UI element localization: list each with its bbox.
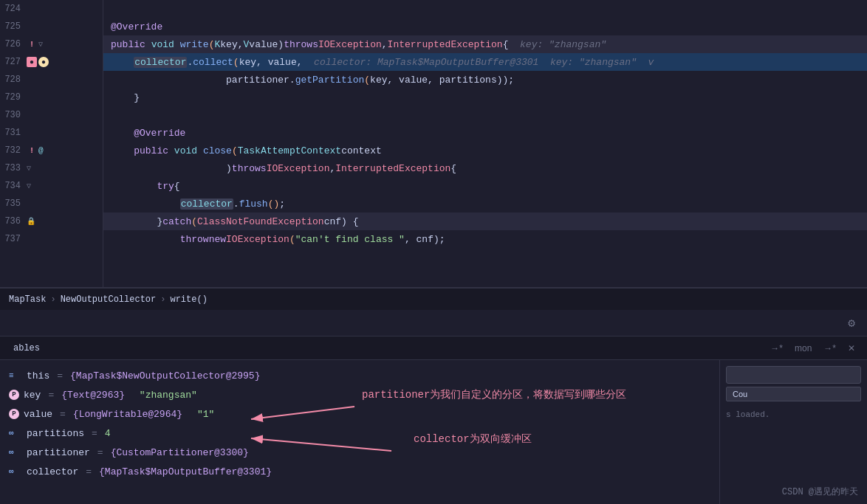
right-panel: Cou s loaded.	[719, 360, 867, 504]
var-name-key: key	[24, 390, 41, 401]
close-panel-button[interactable]: ✕	[843, 342, 860, 355]
gutter-icons-734: ▽	[27, 182, 56, 190]
var-val-partitions: 4	[105, 428, 111, 439]
gutter-row-737: 737	[0, 230, 103, 248]
line-num-736: 736	[0, 216, 27, 227]
line-num-732: 732	[0, 145, 27, 156]
code-line-735: collector.flush();	[103, 195, 867, 213]
code-line-728: partitioner.getPartition(key, value, par…	[103, 71, 867, 89]
var-name-this: this	[27, 370, 49, 382]
csdn-footer: CSDN @遇见的昨天	[782, 486, 858, 498]
code-content: @Override public void write(K key, V val…	[103, 0, 867, 287]
code-line-724	[103, 0, 867, 18]
panel-content: ≡ this = {MapTask$NewOutputCollector@299…	[0, 360, 867, 504]
gutter-icons-727: ● ●	[27, 57, 56, 67]
gutter-row-724: 724	[0, 0, 103, 18]
gutter-icons-726: ! ▽	[27, 39, 56, 49]
toolbar-row: ⚙	[0, 310, 867, 336]
line-num-730: 730	[0, 110, 27, 120]
search-input[interactable]	[726, 366, 861, 384]
var-item-this: ≡ this = {MapTask$NewOutputCollector@299…	[0, 366, 719, 385]
var-val-key: {Text@2963}	[61, 390, 125, 401]
breadcrumb-bar: MapTask › NewOutputCollector › write()	[0, 288, 867, 310]
code-line-730	[103, 106, 867, 124]
line-num-728: 728	[0, 75, 27, 85]
line-num-726: 726	[0, 39, 27, 49]
code-line-725: @Override	[103, 18, 867, 35]
code-line-727: collector.collect(key, value, collector:…	[103, 53, 867, 71]
breadcrumb-maptask[interactable]: MapTask	[9, 294, 46, 305]
var-item-partitioner: ∞ partitioner = {CustomPartitioner@3300}	[0, 443, 719, 462]
variables-list: ≡ this = {MapTask$NewOutputCollector@299…	[0, 360, 719, 504]
cou-button[interactable]: Cou	[726, 387, 861, 401]
red-dot-icon-727: ●	[27, 57, 37, 67]
panel-header: ables →* mon →* ✕	[0, 336, 867, 360]
var-icon-oo-collector: ∞	[9, 467, 22, 476]
var-icon-oo-partitioner: ∞	[9, 448, 22, 457]
var-icon-p-value: P	[9, 409, 19, 419]
var-item-partitions: ∞ partitions = 4	[0, 424, 719, 443]
gutter-row-725: 725	[0, 18, 103, 35]
kw-public-726: public	[111, 39, 145, 50]
csdn-text: CSDN @遇见的昨天	[782, 487, 858, 497]
collector-highlight-727: collector	[134, 57, 187, 68]
gutter-row-727: 727 ● ●	[0, 53, 103, 71]
breadcrumb-newoutputcollector[interactable]: NewOutputCollector	[61, 294, 157, 305]
warning-icon-726: !	[27, 39, 37, 49]
panel-actions: →* mon →* ✕	[766, 342, 860, 355]
gutter-row-729: 729	[0, 89, 103, 106]
gutter-icons-732: ! @	[27, 145, 56, 156]
var-icon-eq-this: ≡	[9, 371, 22, 380]
line-num-734: 734	[0, 181, 27, 191]
code-line-733: ) throws IOException, InterruptedExcepti…	[103, 159, 867, 177]
status-text: s loaded.	[726, 410, 861, 419]
var-val-partitioner: {CustomPartitioner@3300}	[111, 447, 249, 458]
arrow-icon-734: ▽	[27, 182, 31, 190]
var-name-value: value	[24, 409, 52, 420]
line-gutter: 724 725 726 ! ▽ 727 ● ●	[0, 0, 103, 287]
editor-area: 724 725 726 ! ▽ 727 ● ●	[0, 0, 867, 288]
var-name-partitioner: partitioner	[27, 447, 90, 458]
var-item-key: P key = {Text@2963} "zhangsan"	[0, 385, 719, 404]
gear-button[interactable]: ⚙	[845, 313, 858, 334]
line-num-725: 725	[0, 21, 27, 32]
line-num-737: 737	[0, 234, 27, 244]
mon-button[interactable]: mon	[790, 342, 816, 355]
arrow-icon-733: ▽	[27, 164, 31, 173]
gutter-row-731: 731	[0, 124, 103, 142]
hint-key-726: key: "zhangsan"	[520, 39, 606, 50]
panel-tab-variables[interactable]: ables	[7, 340, 46, 356]
gutter-icons-736: 🔒	[27, 217, 56, 226]
var-item-collector: ∞ collector = {MapTask$MapOutputBuffer@3…	[0, 462, 719, 481]
code-line-729: }	[103, 89, 867, 106]
code-line-731: @Override	[103, 124, 867, 142]
line-num-727: 727	[0, 57, 27, 67]
hint-collector-727: collector: MapTask$MapOutputBuffer@3301 …	[314, 57, 654, 68]
var-val-value: {LongWritable@2964}	[73, 409, 182, 420]
var-val-this: {MapTask$NewOutputCollector@2995}	[70, 370, 260, 382]
gutter-row-735: 735	[0, 195, 103, 213]
arrow-button-1[interactable]: →*	[766, 342, 787, 355]
line-num-729: 729	[0, 92, 27, 103]
gutter-row-736: 736 🔒	[0, 213, 103, 230]
arrow-icon-726: ▽	[38, 40, 43, 49]
collector-highlight-735: collector	[180, 199, 233, 210]
kw-void-726: void	[151, 39, 174, 50]
annotation-override-731: @Override	[111, 128, 185, 139]
code-line-732: public void close(TaskAttemptContext con…	[103, 142, 867, 159]
gutter-row-730: 730	[0, 106, 103, 124]
breadcrumb-write[interactable]: write()	[170, 294, 207, 305]
warning-icon-732: !	[27, 145, 37, 156]
gutter-row-726: 726 ! ▽	[0, 35, 103, 53]
arrow-button-2[interactable]: →*	[819, 342, 840, 355]
gutter-row-734: 734 ▽	[0, 177, 103, 195]
var-string-key: "zhangsan"	[140, 390, 197, 401]
line-num-724: 724	[0, 4, 27, 14]
code-line-737: throw new IOException( "can't find class…	[103, 230, 867, 248]
var-item-value: P value = {LongWritable@2964} "1"	[0, 404, 719, 424]
kw-catch: catch	[162, 216, 191, 227]
breadcrumb-sep-1: ›	[50, 294, 55, 305]
var-icon-oo-partitions: ∞	[9, 429, 22, 438]
var-icon-p-key: P	[9, 390, 19, 400]
var-string-value: "1"	[197, 409, 214, 420]
